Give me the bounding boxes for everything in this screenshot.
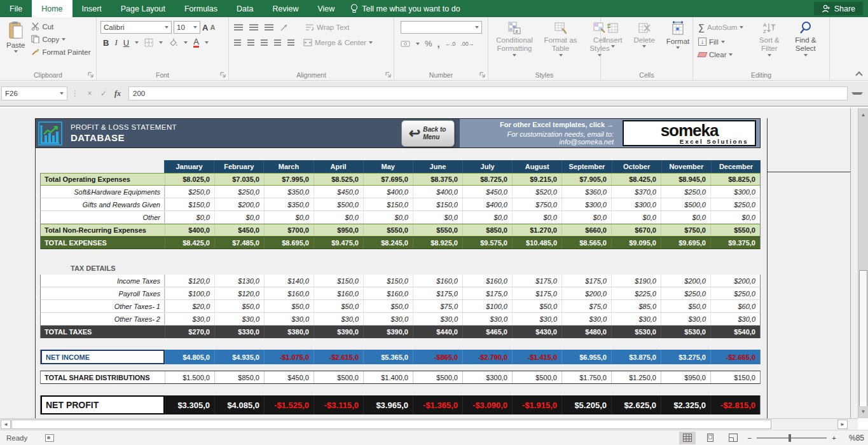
worksheet[interactable]: PROFIT & LOSS STATEMENT DATABASE ↩ Back … — [0, 108, 868, 418]
table-cell[interactable]: $350,0 — [264, 198, 313, 210]
fill-button[interactable]: ↓ Fill — [696, 36, 746, 47]
row-label[interactable]: Income Taxes — [41, 275, 165, 287]
table-cell[interactable]: $500,0 — [313, 371, 363, 383]
table-cell[interactable]: $1.750,0 — [561, 371, 611, 383]
table-cell[interactable]: $300,0 — [710, 186, 760, 198]
table-cell[interactable]: $150,0 — [413, 198, 462, 210]
table-cell[interactable]: $160,0 — [313, 287, 363, 299]
table-cell[interactable]: $0,0 — [611, 211, 661, 223]
table-cell[interactable]: -$2.790,0 — [462, 350, 512, 364]
vertical-scrollbar[interactable]: ▲ ▼ — [858, 108, 868, 418]
table-cell[interactable]: $30,0 — [363, 313, 413, 325]
table-cell[interactable]: $450,0 — [462, 186, 512, 198]
align-bottom-icon[interactable] — [265, 24, 273, 31]
table-cell[interactable]: $3.875,0 — [611, 350, 661, 364]
table-cell[interactable]: $30,0 — [512, 313, 561, 325]
tab-view[interactable]: View — [308, 0, 344, 17]
sort-filter-button[interactable]: AZ Sort & Filter — [751, 20, 787, 70]
table-cell[interactable]: $250,0 — [661, 287, 710, 299]
table-cell[interactable]: $175,0 — [512, 287, 561, 299]
back-to-menu-button[interactable]: ↩ Back to Menu — [401, 120, 455, 147]
row-label[interactable]: Soft&Hardware Equipments — [41, 186, 165, 198]
table-cell[interactable]: $450,0 — [214, 224, 264, 236]
table-cell[interactable]: $30,0 — [413, 313, 462, 325]
paste-dropdown-arrow[interactable] — [14, 50, 18, 53]
table-cell[interactable]: $0,0 — [512, 211, 561, 223]
merge-center-button[interactable]: Merge & Center — [301, 38, 375, 48]
table-cell[interactable]: $750,0 — [661, 224, 710, 236]
table-cell[interactable]: $8.825,0 — [710, 174, 760, 185]
table-cell[interactable]: -$1.525,0 — [264, 395, 313, 414]
page-layout-view-button[interactable] — [702, 432, 719, 444]
table-cell[interactable]: $75,0 — [561, 300, 611, 312]
increase-indent-icon[interactable] — [287, 39, 294, 46]
table-cell[interactable]: $0,0 — [264, 211, 313, 223]
table-cell[interactable]: $150,0 — [165, 198, 214, 210]
table-cell[interactable]: $550,0 — [363, 224, 413, 236]
table-cell[interactable]: -$1.365,0 — [413, 395, 462, 414]
conditional-formatting-button[interactable]: ≠ Conditional Formatting — [491, 20, 538, 70]
table-cell[interactable]: $700,0 — [264, 224, 313, 236]
table-cell[interactable]: $9.095,0 — [611, 237, 661, 249]
table-cell[interactable]: $3.275,0 — [661, 350, 710, 364]
table-cell[interactable]: $380,0 — [264, 325, 313, 338]
share-button[interactable]: Share — [814, 2, 863, 15]
table-cell[interactable]: $3.305,0 — [165, 395, 214, 414]
table-cell[interactable]: $8.425,0 — [611, 174, 661, 185]
align-top-icon[interactable] — [234, 24, 243, 31]
font-name-combo[interactable]: Calibri — [100, 21, 172, 34]
font-color-button[interactable]: A — [193, 38, 199, 48]
table-cell[interactable]: $0,0 — [661, 211, 710, 223]
table-cell[interactable]: $150,0 — [363, 198, 413, 210]
table-cell[interactable]: $160,0 — [264, 287, 313, 299]
align-middle-icon[interactable] — [249, 24, 258, 31]
table-cell[interactable]: $30,0 — [313, 313, 363, 325]
table-cell[interactable]: $7.905,0 — [561, 174, 611, 185]
table-cell[interactable]: $450,0 — [264, 371, 313, 383]
month-header-cell[interactable]: November — [661, 160, 711, 173]
table-cell[interactable]: $530,0 — [611, 325, 661, 338]
table-cell[interactable]: $120,0 — [214, 287, 264, 299]
table-cell[interactable]: $2.325,0 — [661, 395, 710, 414]
paste-button[interactable]: Paste — [3, 20, 29, 57]
horizontal-scrollbar[interactable]: ◄ ► — [0, 418, 858, 430]
wrap-text-button[interactable]: Wrap Text — [303, 22, 352, 32]
table-cell[interactable]: $6.955,0 — [561, 350, 611, 364]
table-cell[interactable]: $200,0 — [710, 275, 760, 287]
table-cell[interactable]: $400,0 — [413, 186, 462, 198]
table-cell[interactable]: $480,0 — [561, 325, 611, 338]
table-cell[interactable]: $0,0 — [710, 211, 760, 223]
table-cell[interactable]: $30,0 — [165, 313, 214, 325]
table-cell[interactable]: $50,0 — [313, 300, 363, 312]
copy-button[interactable]: Copy — [29, 34, 93, 44]
alignment-dialog-launcher[interactable] — [385, 72, 392, 78]
month-header-cell[interactable]: March — [263, 160, 313, 173]
table-cell[interactable]: $390,0 — [363, 325, 413, 338]
zoom-slider-thumb[interactable] — [789, 434, 791, 442]
table-cell[interactable]: $30,0 — [611, 313, 661, 325]
table-cell[interactable]: $660,0 — [561, 224, 611, 236]
table-cell[interactable]: $500,0 — [512, 371, 561, 383]
table-cell[interactable]: $20,0 — [165, 300, 214, 312]
comma-style-button[interactable]: , — [437, 38, 440, 49]
table-cell[interactable]: $50,0 — [661, 300, 710, 312]
table-cell[interactable]: $150,0 — [710, 371, 760, 383]
month-header-cell[interactable]: July — [462, 160, 512, 173]
table-cell[interactable]: $200,0 — [661, 275, 710, 287]
table-cell[interactable]: -$2.615,0 — [313, 350, 363, 364]
normal-view-button[interactable] — [679, 432, 696, 444]
table-cell[interactable]: $100,0 — [165, 287, 214, 299]
table-cell[interactable]: $7.695,0 — [363, 174, 413, 185]
table-cell[interactable]: $75,0 — [413, 300, 462, 312]
table-cell[interactable]: $7.485,0 — [214, 237, 264, 249]
table-cell[interactable]: $550,0 — [413, 224, 462, 236]
table-cell[interactable]: $300,0 — [462, 371, 512, 383]
number-dialog-launcher[interactable] — [479, 72, 486, 78]
table-cell[interactable]: $4.805,0 — [165, 350, 214, 364]
table-cell[interactable]: $8.925,0 — [413, 237, 462, 249]
table-cell[interactable]: -$1.075,0 — [264, 350, 313, 364]
scroll-left-arrow[interactable]: ◄ — [1, 420, 11, 429]
table-cell[interactable]: $30,0 — [661, 313, 710, 325]
grow-font-button[interactable]: A — [202, 23, 208, 32]
table-cell[interactable]: $175,0 — [413, 287, 462, 299]
